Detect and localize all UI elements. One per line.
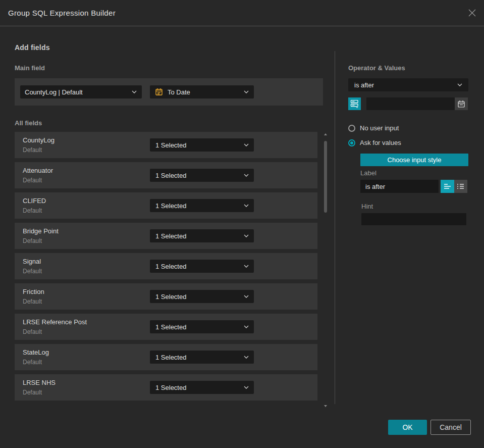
chevron-down-icon	[244, 90, 249, 93]
ask-for-values-radio[interactable]: Ask for values	[348, 139, 401, 146]
cancel-button[interactable]: Cancel	[431, 420, 471, 435]
no-user-input-radio[interactable]: No user input	[348, 124, 399, 132]
field-row: Signal Default 1 Selected	[15, 253, 317, 279]
chevron-down-icon	[244, 386, 249, 389]
panel-divider	[335, 51, 335, 404]
field-name: LRSE Reference Post	[23, 318, 87, 326]
field-subtitle: Default	[23, 146, 42, 154]
field-row: Attenuator Default 1 Selected	[15, 162, 317, 188]
field-selected-dropdown[interactable]: 1 Selected	[150, 290, 254, 303]
field-subtitle: Default	[23, 389, 42, 396]
field-selected-dropdown-value: 1 Selected	[155, 323, 186, 331]
single-line-style-button[interactable]	[441, 180, 454, 193]
field-selected-dropdown[interactable]: 1 Selected	[150, 138, 254, 152]
field-subtitle: Default	[23, 268, 42, 275]
main-field-dropdown[interactable]: CountyLog | Default	[20, 85, 142, 98]
chevron-down-icon	[244, 143, 249, 146]
operator-dropdown[interactable]: is after	[348, 78, 468, 91]
field-selected-dropdown-value: 1 Selected	[155, 172, 186, 179]
field-selected-dropdown-value: 1 Selected	[155, 293, 186, 301]
dialog-titlebar: Group SQL Expression Builder	[0, 0, 484, 26]
field-selected-dropdown-value: 1 Selected	[155, 384, 186, 391]
group-sql-expression-builder-dialog: Group SQL Expression Builder Add fields …	[0, 0, 484, 448]
chevron-down-icon	[132, 90, 137, 93]
field-subtitle: Default	[23, 237, 42, 244]
calendar-icon	[457, 100, 465, 108]
value-input[interactable]	[366, 97, 455, 110]
align-left-icon	[444, 182, 452, 190]
field-row: LRSE Reference Post Default 1 Selected	[15, 314, 317, 340]
chevron-down-icon	[244, 265, 249, 268]
field-selected-dropdown-value: 1 Selected	[155, 232, 186, 240]
field-row: Bridge Point Default 1 Selected	[15, 223, 317, 249]
date-field-dropdown-value: To Date	[168, 88, 190, 96]
field-subtitle: Default	[23, 359, 42, 366]
label-input[interactable]	[360, 180, 439, 193]
radio-selected-icon	[348, 139, 355, 146]
field-selected-dropdown[interactable]: 1 Selected	[150, 320, 254, 333]
chevron-down-icon	[244, 204, 249, 207]
scrollbar-up-arrow[interactable]	[324, 133, 327, 135]
ok-button[interactable]: OK	[388, 420, 427, 435]
field-selected-dropdown-value: 1 Selected	[155, 141, 186, 149]
choose-input-style-button[interactable]: Choose input style	[360, 154, 468, 166]
field-name: StateLog	[23, 349, 49, 356]
chevron-down-icon	[244, 174, 249, 177]
radio-unselected-icon	[348, 125, 355, 132]
field-selected-dropdown[interactable]: 1 Selected	[150, 260, 254, 273]
field-name: CountyLog	[23, 136, 55, 144]
field-subtitle: Default	[23, 298, 42, 305]
field-row: Friction Default 1 Selected	[15, 283, 317, 310]
close-button[interactable]	[466, 7, 477, 18]
scrollbar-thumb[interactable]	[324, 141, 327, 213]
calendar-icon	[155, 88, 163, 96]
field-selected-dropdown-value: 1 Selected	[155, 202, 186, 210]
field-name: Bridge Point	[23, 227, 59, 235]
operator-values-heading: Operator & Values	[348, 64, 405, 72]
main-field-box: CountyLog | Default To Date	[15, 78, 323, 106]
field-selected-dropdown[interactable]: 1 Selected	[150, 169, 254, 182]
date-field-dropdown[interactable]: To Date	[150, 85, 254, 98]
scrollbar-down-arrow[interactable]	[324, 405, 327, 407]
close-icon	[468, 9, 476, 17]
chevron-down-icon	[457, 83, 462, 86]
field-name: Signal	[23, 258, 41, 265]
chevron-down-icon	[244, 325, 249, 328]
field-name: LRSE NHS	[23, 379, 56, 386]
label-label: Label	[360, 169, 377, 177]
field-selected-dropdown-value: 1 Selected	[155, 354, 186, 361]
list-icon	[457, 182, 465, 190]
field-subtitle: Default	[23, 207, 42, 214]
multiple-values-icon	[350, 99, 359, 108]
field-selected-dropdown[interactable]: 1 Selected	[150, 199, 254, 212]
list-scrollbar[interactable]	[324, 130, 328, 410]
field-selected-dropdown[interactable]: 1 Selected	[150, 381, 254, 394]
operator-dropdown-value: is after	[354, 81, 374, 89]
chevron-down-icon	[244, 234, 249, 237]
field-row: StateLog Default 1 Selected	[15, 344, 317, 370]
field-name: Friction	[23, 288, 44, 295]
calendar-picker-button[interactable]	[455, 97, 468, 110]
chevron-down-icon	[244, 356, 249, 359]
all-fields-label: All fields	[15, 119, 42, 127]
list-style-button[interactable]	[454, 180, 467, 193]
field-row: CountyLog Default 1 Selected	[15, 132, 317, 158]
field-selected-dropdown[interactable]: 1 Selected	[150, 229, 254, 242]
set-values-button[interactable]	[348, 97, 361, 110]
dialog-title: Group SQL Expression Builder	[8, 0, 116, 26]
field-row: CLIFED Default 1 Selected	[15, 192, 317, 219]
field-name: CLIFED	[23, 197, 46, 205]
no-user-input-label: No user input	[360, 124, 399, 132]
chevron-down-icon	[244, 295, 249, 298]
field-row: LRSE NHS Default 1 Selected	[15, 374, 317, 401]
field-selected-dropdown[interactable]: 1 Selected	[150, 351, 254, 364]
ask-for-values-label: Ask for values	[360, 139, 401, 146]
field-subtitle: Default	[23, 328, 42, 335]
main-field-label: Main field	[15, 64, 45, 72]
all-fields-list: CountyLog Default 1 Selected Attenuator …	[15, 132, 317, 405]
hint-input[interactable]	[361, 213, 466, 225]
field-selected-dropdown-value: 1 Selected	[155, 263, 186, 270]
hint-label: Hint	[361, 203, 373, 210]
main-field-dropdown-value: CountyLog | Default	[25, 88, 83, 96]
field-subtitle: Default	[23, 177, 42, 184]
